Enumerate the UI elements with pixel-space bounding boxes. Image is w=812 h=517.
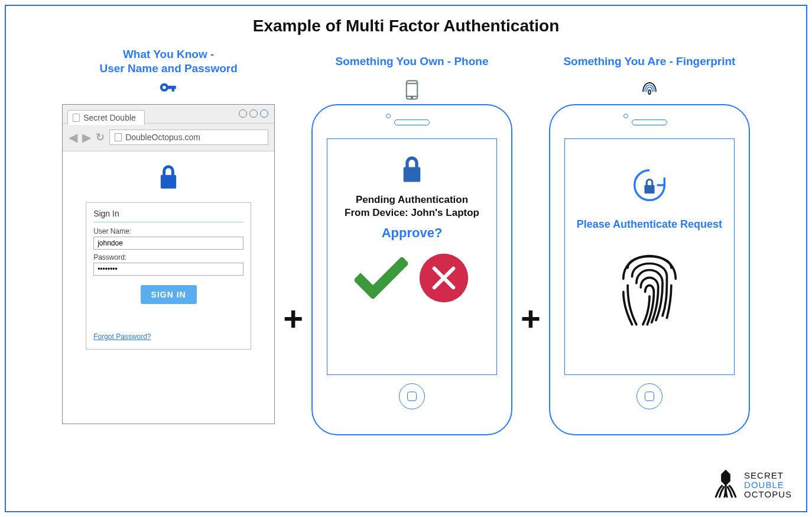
plus-icon: + bbox=[281, 299, 306, 338]
address-bar-text: DoubleOctopus.com bbox=[125, 133, 200, 142]
browser-window: Secret Double ◀ ▶ ↻ DoubleOctopus.com bbox=[62, 104, 275, 424]
phone-camera-dot bbox=[623, 114, 628, 118]
phone-home-button[interactable] bbox=[636, 383, 662, 409]
authenticate-prompt: Please Authenticate Request bbox=[577, 218, 722, 231]
factor-own-heading: Something You Own - Phone bbox=[336, 47, 489, 76]
phone-speaker bbox=[394, 119, 430, 125]
lock-cycle-icon bbox=[627, 163, 672, 210]
phone-icon bbox=[405, 79, 418, 101]
phone-screen-are: Please Authenticate Request bbox=[564, 138, 735, 375]
factors-row: What You Know - User Name and Password S… bbox=[6, 47, 806, 435]
diagram-title: Example of Multi Factor Authentication bbox=[6, 17, 806, 35]
svg-point-5 bbox=[648, 90, 651, 94]
factor-know-heading-l1: What You Know - bbox=[123, 48, 214, 60]
browser-body: Sign In User Name: Password: SIGN IN For… bbox=[63, 151, 274, 424]
approve-row bbox=[355, 253, 469, 306]
phone-speaker bbox=[632, 119, 667, 125]
page-icon bbox=[73, 114, 80, 122]
brand-line-1: SECRET bbox=[744, 471, 792, 480]
fingerprint-small-icon bbox=[641, 79, 658, 101]
window-dot[interactable] bbox=[249, 109, 258, 118]
factor-know-heading-l2: User Name and Password bbox=[99, 62, 237, 75]
factor-own-column: Something You Own - Phone Pending Authen… bbox=[311, 47, 512, 435]
browser-tab[interactable]: Secret Double bbox=[67, 110, 145, 125]
phone-home-button[interactable] bbox=[399, 383, 425, 409]
brand-text: SECRET DOUBLE OCTOPUS bbox=[744, 471, 792, 499]
pending-auth-text: Pending Authentication From Device: John… bbox=[345, 193, 479, 219]
phone-screen-own: Pending Authentication From Device: John… bbox=[327, 138, 497, 375]
window-dot[interactable] bbox=[260, 109, 268, 118]
brand-line-3: OCTOPUS bbox=[744, 490, 792, 499]
signin-title: Sign In bbox=[93, 209, 243, 222]
password-field[interactable] bbox=[93, 263, 243, 276]
phone-mock-own: Pending Authentication From Device: John… bbox=[311, 104, 512, 435]
brand-line-2: DOUBLE bbox=[744, 480, 792, 490]
factor-are-column: Something You Are - Fingerprint bbox=[549, 47, 750, 435]
plus-icon: + bbox=[518, 299, 543, 338]
back-icon[interactable]: ◀ bbox=[69, 130, 77, 144]
address-bar[interactable]: DoubleOctopus.com bbox=[109, 130, 268, 145]
fingerprint-icon[interactable] bbox=[614, 246, 685, 331]
pending-line-2: From Device: John's Laptop bbox=[345, 207, 479, 218]
lock-icon bbox=[399, 154, 425, 186]
key-icon bbox=[158, 79, 178, 101]
phone-mock-are: Please Authenticate Request bbox=[549, 104, 750, 435]
octopus-icon bbox=[713, 470, 738, 500]
brand-logo: SECRET DOUBLE OCTOPUS bbox=[713, 470, 792, 500]
svg-point-3 bbox=[411, 97, 413, 98]
signin-button[interactable]: SIGN IN bbox=[141, 285, 197, 304]
pending-line-1: Pending Authentication bbox=[356, 194, 468, 205]
factor-know-column: What You Know - User Name and Password S… bbox=[62, 47, 275, 424]
password-label: Password: bbox=[93, 253, 243, 261]
factor-know-heading: What You Know - User Name and Password bbox=[99, 47, 237, 76]
window-controls bbox=[239, 109, 268, 118]
phone-camera-dot bbox=[386, 114, 391, 118]
factor-are-heading: Something You Are - Fingerprint bbox=[563, 47, 735, 76]
approve-check-icon[interactable] bbox=[355, 257, 408, 301]
approve-prompt: Approve? bbox=[382, 225, 443, 241]
window-dot[interactable] bbox=[239, 109, 247, 118]
browser-tab-label: Secret Double bbox=[83, 113, 136, 122]
reject-x-icon[interactable] bbox=[418, 253, 469, 306]
browser-tabbar: Secret Double bbox=[63, 105, 274, 124]
diagram-frame: Example of Multi Factor Authentication W… bbox=[5, 5, 807, 512]
signin-panel: Sign In User Name: Password: SIGN IN For… bbox=[86, 202, 251, 350]
forward-icon[interactable]: ▶ bbox=[82, 130, 91, 144]
forgot-password-link[interactable]: Forgot Password? bbox=[93, 332, 243, 341]
browser-toolbar: ◀ ▶ ↻ DoubleOctopus.com bbox=[63, 124, 274, 151]
page-icon bbox=[115, 133, 122, 141]
username-label: User Name: bbox=[93, 227, 243, 235]
lock-icon bbox=[157, 163, 180, 193]
reload-icon[interactable]: ↻ bbox=[96, 131, 105, 144]
username-field[interactable] bbox=[93, 237, 243, 250]
